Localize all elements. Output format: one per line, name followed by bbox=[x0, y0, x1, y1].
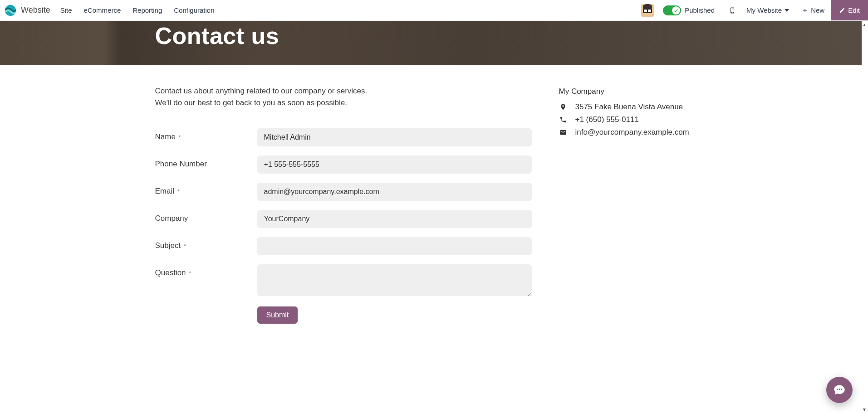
website-switcher-label: My Website bbox=[746, 6, 782, 14]
info-address: 3575 Fake Buena Vista Avenue bbox=[559, 102, 707, 112]
input-company[interactable] bbox=[257, 210, 532, 228]
input-phone[interactable] bbox=[257, 155, 532, 174]
intro-line1: Contact us about anything related to our… bbox=[155, 87, 368, 95]
scroll-arrow-up-icon: ▲ bbox=[862, 22, 867, 27]
caret-down-icon bbox=[785, 8, 789, 13]
avatar-face-icon bbox=[642, 5, 653, 16]
website-switcher[interactable]: My Website bbox=[740, 0, 795, 20]
input-name[interactable] bbox=[257, 128, 532, 146]
check-icon bbox=[672, 6, 680, 15]
label-email: Email * bbox=[155, 183, 257, 196]
phone-icon bbox=[559, 116, 567, 123]
info-email: info@yourcompany.example.com bbox=[559, 128, 707, 137]
pencil-icon bbox=[839, 7, 845, 14]
envelope-icon bbox=[559, 129, 567, 136]
edit-button-label: Edit bbox=[848, 6, 860, 14]
menu-ecommerce[interactable]: eCommerce bbox=[84, 6, 121, 14]
mobile-icon bbox=[729, 6, 736, 15]
page-viewport[interactable]: Contact us Contact us about anything rel… bbox=[0, 21, 862, 413]
row-subject: Subject * bbox=[155, 237, 532, 255]
plus-icon bbox=[802, 7, 808, 14]
row-company: Company bbox=[155, 210, 532, 228]
row-question: Question * bbox=[155, 264, 532, 297]
label-name: Name * bbox=[155, 128, 257, 141]
hero-banner: Contact us bbox=[0, 21, 862, 65]
company-info-section: My Company 3575 Fake Buena Vista Avenue … bbox=[559, 85, 707, 324]
chat-fab[interactable] bbox=[826, 377, 853, 403]
intro-text: Contact us about anything related to our… bbox=[155, 85, 532, 109]
menu-configuration[interactable]: Configuration bbox=[174, 6, 214, 14]
published-toggle[interactable] bbox=[663, 5, 681, 15]
edit-button[interactable]: Edit bbox=[831, 0, 868, 20]
input-email[interactable] bbox=[257, 183, 532, 201]
phone-text[interactable]: +1 (650) 555-0111 bbox=[575, 115, 639, 124]
scroll-arrow-down-icon: ▼ bbox=[862, 407, 867, 412]
row-name: Name * bbox=[155, 128, 532, 146]
row-email: Email * bbox=[155, 183, 532, 201]
topbar: Website Site eCommerce Reporting Configu… bbox=[0, 0, 868, 21]
menu-reporting[interactable]: Reporting bbox=[132, 6, 162, 14]
app-name[interactable]: Website bbox=[21, 5, 50, 15]
chat-icon bbox=[833, 384, 846, 396]
contact-form-section: Contact us about anything related to our… bbox=[155, 85, 532, 324]
row-phone: Phone Number bbox=[155, 155, 532, 174]
info-phone: +1 (650) 555-0111 bbox=[559, 115, 707, 124]
page-title: Contact us bbox=[155, 21, 707, 49]
new-button-label: New bbox=[811, 6, 824, 14]
input-subject[interactable] bbox=[257, 237, 532, 255]
label-company: Company bbox=[155, 210, 257, 223]
address-text: 3575 Fake Buena Vista Avenue bbox=[575, 102, 683, 112]
new-button[interactable]: New bbox=[795, 0, 831, 20]
user-avatar[interactable] bbox=[641, 4, 654, 17]
input-question[interactable] bbox=[257, 264, 532, 296]
menu-site[interactable]: Site bbox=[60, 6, 72, 14]
label-question: Question * bbox=[155, 264, 257, 277]
published-label: Published bbox=[685, 6, 715, 14]
main-content: Contact us about anything related to our… bbox=[141, 65, 721, 405]
label-phone: Phone Number bbox=[155, 155, 257, 169]
submit-button[interactable]: Submit bbox=[257, 306, 298, 324]
mobile-preview-button[interactable] bbox=[725, 0, 740, 20]
app-logo bbox=[5, 5, 16, 16]
label-subject: Subject * bbox=[155, 237, 257, 250]
company-name: My Company bbox=[559, 87, 707, 96]
top-menu: Site eCommerce Reporting Configuration bbox=[60, 6, 215, 14]
email-text[interactable]: info@yourcompany.example.com bbox=[575, 128, 689, 137]
topbar-right: Published My Website New Edit bbox=[641, 0, 868, 20]
intro-line2: We'll do our best to get back to you as … bbox=[155, 98, 347, 107]
map-pin-icon bbox=[559, 103, 567, 111]
